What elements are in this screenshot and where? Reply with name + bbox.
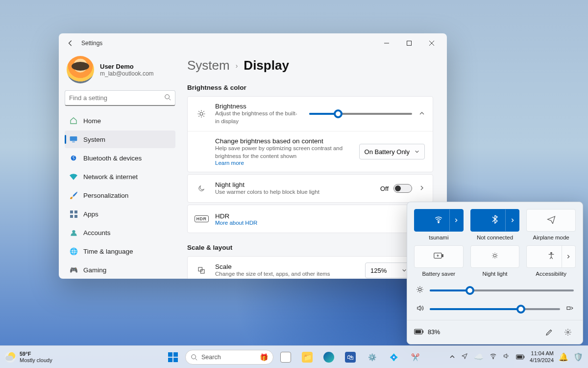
settings-button[interactable] [560,324,576,340]
scale-dropdown[interactable]: 125% [365,263,412,278]
profile-email: m_lab@outlook.com [100,70,154,77]
svg-rect-5 [70,210,73,213]
nav-item-personalization[interactable]: 🖌️Personalization [65,186,175,204]
svg-point-18 [550,252,552,254]
location-icon[interactable] [461,353,468,362]
svg-rect-32 [517,355,522,358]
breadcrumb: System › Display [187,58,433,73]
snip-button[interactable]: ✂️ [406,348,424,367]
store-button[interactable]: 🛍 [341,348,360,367]
taskbar-center: Search 🎁 📁 🛍 ⚙️ 💠 ✂️ [164,348,424,367]
audio-output-icon[interactable] [566,304,574,314]
settings-taskbar-button[interactable]: ⚙️ [363,348,381,367]
nav-item-time-language[interactable]: 🌐Time & language [65,242,175,260]
profile-name: User Demo [100,63,154,70]
hdr-card[interactable]: HDR HDR More about HDR [187,205,433,233]
chevron-right-icon[interactable] [562,246,575,267]
qs-volume-slider[interactable] [430,308,560,310]
taskbar-clock[interactable]: 11:04 AM 4/19/2024 [530,350,554,363]
battery-icon [414,329,424,336]
chevron-right-icon[interactable] [419,184,425,193]
maximize-button[interactable] [398,35,420,51]
back-button[interactable] [63,35,78,51]
airplane-icon [547,215,556,226]
quick-settings-flyout: tsunamiNot connectedAirplane modeBattery… [407,202,583,344]
night-light-card[interactable]: Night light Use warmer colors to help bl… [187,174,433,203]
edge-button[interactable] [319,348,338,367]
qs-tile-label: Night light [482,271,507,277]
tray-speaker-icon[interactable] [503,352,510,362]
chevron-right-icon[interactable] [505,210,519,231]
nav-item-system[interactable]: System [65,131,175,148]
svg-rect-6 [74,210,77,213]
edit-quick-settings-button[interactable] [541,324,557,340]
qs-brightness-slider[interactable] [430,289,574,291]
qs-tile-airplane-mode: Airplane mode [526,209,576,240]
svg-point-11 [200,112,203,115]
section-brightness-heading: Brightness & color [187,84,433,91]
onedrive-icon[interactable]: ☁️ [474,352,484,362]
qs-tile-not-connected: Not connected [470,209,520,240]
qs-button[interactable] [414,245,464,268]
svg-rect-3 [72,142,74,142]
svg-point-30 [493,358,493,359]
qs-button[interactable] [414,209,464,232]
bluetooth-icon [70,154,77,162]
copilot-button[interactable]: 💠 [384,348,403,367]
nav-item-home[interactable]: Home [65,112,175,130]
task-view-button[interactable] [276,348,295,367]
profile-block[interactable]: User Demo m_lab@outlook.com [65,53,175,90]
gamepad-icon: 🎮 [70,266,77,274]
qs-tile-label: Airplane mode [533,235,569,240]
qs-button[interactable] [526,245,576,268]
qs-button[interactable] [470,209,520,232]
chevron-right-icon: › [236,62,238,70]
notifications-icon[interactable]: 🔔 [559,352,568,362]
system-tray[interactable]: ☁️ [449,352,525,362]
more-about-hdr-link[interactable]: More about HDR [215,220,411,226]
learn-more-link[interactable]: Learn more [215,160,351,166]
close-button[interactable] [420,35,443,51]
scale-card[interactable]: Scale Change the size of text, apps, and… [187,256,433,279]
search-icon [164,94,171,103]
svg-point-1 [165,94,170,99]
qs-tile-label: tsunami [429,235,448,240]
weather-widget[interactable]: 59°F Mostly cloudy [5,351,52,363]
svg-rect-20 [567,307,570,309]
svg-point-29 [192,354,196,359]
svg-rect-7 [70,215,73,218]
svg-rect-13 [201,270,205,274]
taskbar-search[interactable]: Search 🎁 [185,350,273,365]
defender-icon[interactable]: 🛡️ [573,352,583,362]
chevron-right-icon[interactable] [449,210,463,231]
qs-button[interactable] [470,245,520,268]
adaptive-brightness-row: Change brightness based on content Help … [188,131,433,172]
brightness-row[interactable]: Brightness Adjust the brightness of the … [188,97,433,131]
adaptive-brightness-dropdown[interactable]: On Battery Only [359,144,425,159]
brightness-slider[interactable] [309,113,412,115]
breadcrumb-parent[interactable]: System [187,58,230,73]
hdr-icon: HDR [196,215,207,222]
explorer-button[interactable]: 📁 [298,348,317,367]
tray-chevron-icon[interactable] [449,353,455,362]
start-button[interactable] [164,348,182,367]
nav-item-network-internet[interactable]: Network & internet [65,168,175,185]
search-input[interactable] [69,94,164,102]
nav-item-apps[interactable]: Apps [65,205,175,223]
tray-wifi-icon[interactable] [490,352,497,362]
qs-button[interactable] [526,209,576,232]
tray-battery-icon[interactable] [516,353,525,362]
svg-rect-26 [173,352,178,357]
chevron-up-icon[interactable] [419,109,425,118]
battery-percent: 83% [428,329,440,336]
settings-window: Settings User Demo m_lab@outlook.com Hom… [59,33,447,279]
nav-item-bluetooth-devices[interactable]: Bluetooth & devices [65,149,175,167]
search-field[interactable] [65,90,175,106]
section-scale-heading: Scale & layout [187,244,433,251]
svg-point-14 [438,222,439,223]
nav-item-gaming[interactable]: 🎮Gaming [65,261,175,279]
night-light-toggle[interactable] [393,184,412,193]
sun-icon [416,286,424,295]
minimize-button[interactable] [375,35,398,51]
nav-item-accounts[interactable]: Accounts [65,224,175,241]
